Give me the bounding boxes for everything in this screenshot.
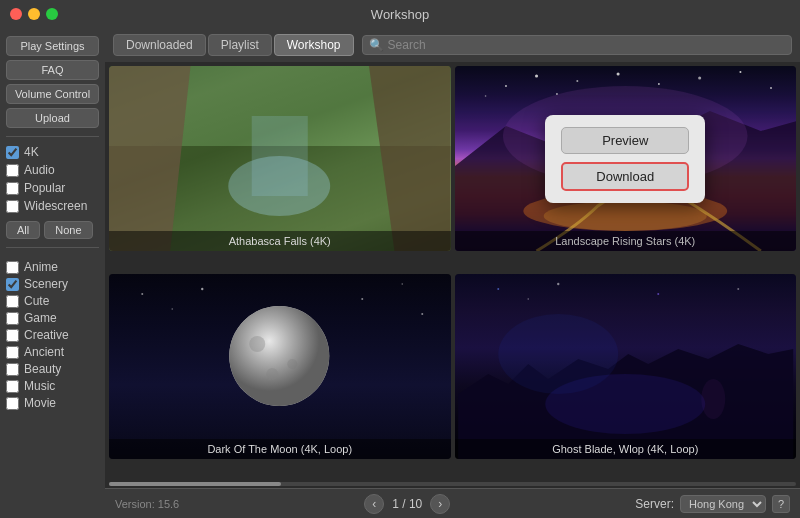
filter-audio-checkbox[interactable] xyxy=(6,164,19,177)
svg-point-35 xyxy=(737,288,739,290)
svg-point-20 xyxy=(141,293,143,295)
svg-point-32 xyxy=(527,298,529,300)
main-content: Play Settings FAQ Volume Control Upload … xyxy=(0,28,800,518)
cat-movie-checkbox[interactable] xyxy=(6,397,19,410)
window-title: Workshop xyxy=(371,7,429,22)
faq-btn[interactable]: FAQ xyxy=(6,60,99,80)
cat-ancient[interactable]: Ancient xyxy=(6,345,99,359)
scroll-indicator[interactable] xyxy=(109,482,796,486)
scroll-thumb xyxy=(109,482,281,486)
content-area: Downloaded Playlist Workshop 🔍 xyxy=(105,28,800,518)
all-btn[interactable]: All xyxy=(6,221,40,239)
bg-ghost xyxy=(455,274,797,459)
download-button[interactable]: Download xyxy=(561,162,689,191)
tabs: Downloaded Playlist Workshop xyxy=(113,34,354,56)
preview-button[interactable]: Preview xyxy=(561,127,689,154)
filter-widescreen[interactable]: Widescreen xyxy=(6,199,99,213)
grid-item-ghost[interactable]: Ghost Blade, Wlop (4K, Loop) xyxy=(455,274,797,459)
play-settings-btn[interactable]: Play Settings xyxy=(6,36,99,56)
svg-point-22 xyxy=(201,288,203,290)
filter-audio[interactable]: Audio xyxy=(6,163,99,177)
cat-music-checkbox[interactable] xyxy=(6,380,19,393)
next-page-btn[interactable]: › xyxy=(430,494,450,514)
search-input[interactable] xyxy=(388,38,785,52)
grid-item-landscape[interactable]: Preview Download Landscape Rising Stars … xyxy=(455,66,797,251)
svg-point-29 xyxy=(287,359,297,369)
cat-anime-checkbox[interactable] xyxy=(6,261,19,274)
grid-item-athabasca[interactable]: Athabasca Falls (4K) xyxy=(109,66,451,251)
svg-point-33 xyxy=(557,283,559,285)
volume-control-btn[interactable]: Volume Control xyxy=(6,84,99,104)
cat-music[interactable]: Music xyxy=(6,379,99,393)
search-box[interactable]: 🔍 xyxy=(362,35,792,55)
cat-scenery-checkbox[interactable] xyxy=(6,278,19,291)
sidebar-divider-1 xyxy=(6,136,99,137)
svg-point-23 xyxy=(361,298,363,300)
help-btn[interactable]: ? xyxy=(772,495,790,513)
popup-card: Preview Download xyxy=(545,115,705,203)
cat-cute[interactable]: Cute xyxy=(6,294,99,308)
cat-anime[interactable]: Anime xyxy=(6,260,99,274)
cat-movie[interactable]: Movie xyxy=(6,396,99,410)
server-area: Server: Hong Kong US West Europe ? xyxy=(635,495,790,513)
filter-widescreen-checkbox[interactable] xyxy=(6,200,19,213)
all-none-row: All None xyxy=(6,221,99,239)
window-controls xyxy=(10,8,58,20)
prev-page-btn[interactable]: ‹ xyxy=(364,494,384,514)
tab-workshop[interactable]: Workshop xyxy=(274,34,354,56)
tab-downloaded[interactable]: Downloaded xyxy=(113,34,206,56)
svg-point-31 xyxy=(497,288,499,290)
svg-point-21 xyxy=(171,308,173,310)
bg-athabasca xyxy=(109,66,451,251)
svg-point-30 xyxy=(266,368,278,380)
moon-svg xyxy=(109,274,451,459)
category-list: Anime Scenery Cute Game Creative Ancient xyxy=(6,260,99,410)
bg-moon xyxy=(109,274,451,459)
version-label: Version: 15.6 xyxy=(115,498,179,510)
filter-popular-checkbox[interactable] xyxy=(6,182,19,195)
athabasca-svg xyxy=(109,66,451,251)
svg-point-27 xyxy=(229,306,329,406)
svg-point-24 xyxy=(401,283,403,285)
item-label-ghost: Ghost Blade, Wlop (4K, Loop) xyxy=(455,439,797,459)
filter-4k-checkbox[interactable] xyxy=(6,146,19,159)
svg-point-37 xyxy=(701,379,725,419)
sidebar: Play Settings FAQ Volume Control Upload … xyxy=(0,28,105,518)
cat-beauty[interactable]: Beauty xyxy=(6,362,99,376)
server-label: Server: xyxy=(635,497,674,511)
grid-item-moon[interactable]: Dark Of The Moon (4K, Loop) xyxy=(109,274,451,459)
cat-ancient-checkbox[interactable] xyxy=(6,346,19,359)
pagination: ‹ 1 / 10 › xyxy=(364,494,450,514)
svg-point-28 xyxy=(249,336,265,352)
content-grid: Athabasca Falls (4K) xyxy=(105,62,800,482)
item-label-moon: Dark Of The Moon (4K, Loop) xyxy=(109,439,451,459)
filter-4k[interactable]: 4K xyxy=(6,145,99,159)
svg-point-39 xyxy=(498,314,618,394)
upload-btn[interactable]: Upload xyxy=(6,108,99,128)
cat-creative-checkbox[interactable] xyxy=(6,329,19,342)
page-indicator: 1 / 10 xyxy=(392,497,422,511)
filter-popular[interactable]: Popular xyxy=(6,181,99,195)
svg-rect-5 xyxy=(252,116,308,196)
cat-creative[interactable]: Creative xyxy=(6,328,99,342)
search-icon: 🔍 xyxy=(369,38,384,52)
svg-point-25 xyxy=(421,313,423,315)
server-select[interactable]: Hong Kong US West Europe xyxy=(680,495,766,513)
cat-game-checkbox[interactable] xyxy=(6,312,19,325)
none-btn[interactable]: None xyxy=(44,221,92,239)
cat-scenery[interactable]: Scenery xyxy=(6,277,99,291)
maximize-button[interactable] xyxy=(46,8,58,20)
cat-game[interactable]: Game xyxy=(6,311,99,325)
item-label-athabasca: Athabasca Falls (4K) xyxy=(109,231,451,251)
tab-playlist[interactable]: Playlist xyxy=(208,34,272,56)
top-bar: Downloaded Playlist Workshop 🔍 xyxy=(105,28,800,62)
cat-beauty-checkbox[interactable] xyxy=(6,363,19,376)
sidebar-divider-2 xyxy=(6,247,99,248)
bottom-bar: Version: 15.6 ‹ 1 / 10 › Server: Hong Ko… xyxy=(105,488,800,518)
ghost-svg xyxy=(455,274,797,459)
minimize-button[interactable] xyxy=(28,8,40,20)
svg-point-34 xyxy=(657,293,659,295)
close-button[interactable] xyxy=(10,8,22,20)
cat-cute-checkbox[interactable] xyxy=(6,295,19,308)
titlebar: Workshop xyxy=(0,0,800,28)
